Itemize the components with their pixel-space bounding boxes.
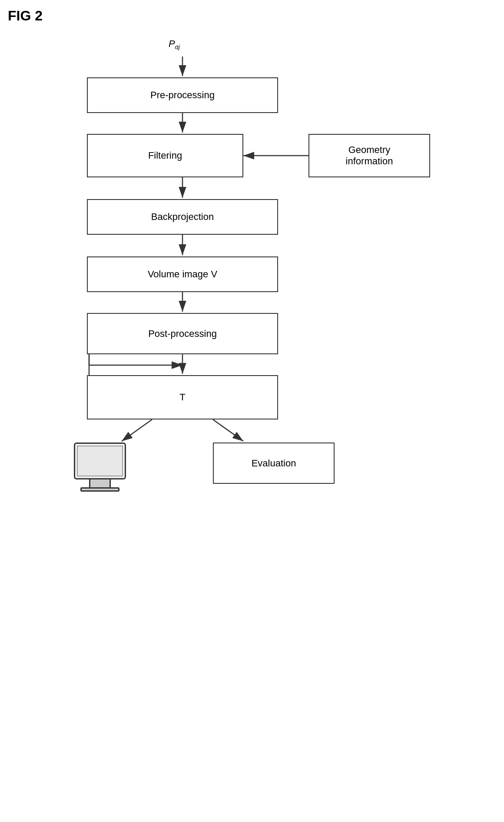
- diagram-container: Pαj Pre-processing Filtering Geometry in…: [0, 26, 504, 817]
- monitor-stand: [89, 479, 111, 487]
- fig-label: FIG 2: [8, 8, 43, 24]
- svg-line-14: [213, 419, 243, 441]
- t-box: T: [87, 375, 278, 419]
- input-label: Pαj: [169, 38, 180, 50]
- monitor-icon: [74, 443, 126, 492]
- monitor-inner: [77, 446, 123, 476]
- geometry-box: Geometry information: [308, 134, 430, 177]
- evaluation-box: Evaluation: [213, 443, 335, 484]
- preprocessing-box: Pre-processing: [87, 77, 278, 113]
- post-processing-box: Post-processing: [87, 313, 278, 354]
- volume-image-box: Volume image V: [87, 256, 278, 292]
- monitor-screen: [74, 443, 126, 479]
- svg-line-13: [122, 419, 152, 441]
- monitor-base: [80, 487, 119, 492]
- filtering-box: Filtering: [87, 134, 243, 177]
- backprojection-box: Backprojection: [87, 199, 278, 235]
